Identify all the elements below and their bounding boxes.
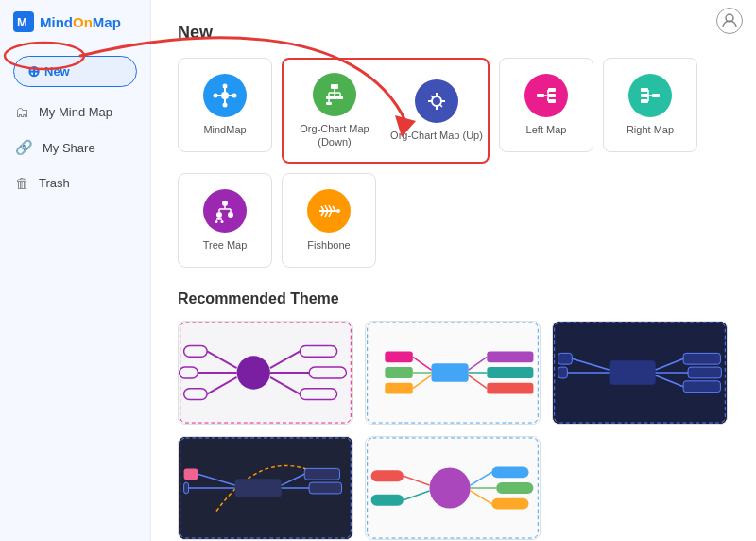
map-card-left-map[interactable]: Left Map — [499, 58, 593, 152]
svg-rect-98 — [688, 367, 721, 378]
recommended-section-title: Recommended Theme — [178, 290, 730, 307]
left-map-label: Left Map — [526, 123, 567, 136]
svg-rect-128 — [371, 495, 404, 506]
logo-area: M MindOnMap — [0, 0, 150, 44]
tree-map-icon — [203, 189, 247, 233]
svg-rect-107 — [235, 479, 282, 497]
svg-rect-29 — [537, 94, 544, 97]
svg-rect-21 — [326, 102, 332, 105]
sidebar-item-my-share[interactable]: 🔗 My Share — [0, 130, 150, 166]
mind-map-icon: 🗂 — [15, 104, 29, 120]
svg-rect-115 — [184, 482, 189, 494]
sidebar-item-my-mind-map[interactable]: 🗂 My Mind Map — [0, 95, 150, 130]
mindmap-icon — [203, 74, 247, 117]
fishbone-label: Fishbone — [307, 238, 350, 252]
svg-rect-16 — [326, 96, 332, 99]
svg-point-49 — [228, 212, 233, 218]
svg-rect-36 — [548, 99, 556, 103]
new-button-label: New — [44, 64, 70, 79]
svg-rect-17 — [337, 96, 343, 99]
sidebar-label-mind-map: My Mind Map — [39, 105, 112, 119]
user-icon-area — [716, 8, 743, 34]
svg-point-8 — [223, 102, 228, 107]
svg-rect-104 — [558, 367, 568, 378]
svg-rect-124 — [491, 498, 528, 510]
svg-rect-96 — [683, 353, 720, 364]
map-cards-row2: Tree Map — [178, 173, 730, 268]
svg-rect-40 — [641, 88, 648, 92]
svg-point-43 — [222, 201, 228, 206]
theme-card-3[interactable] — [552, 321, 728, 425]
left-map-icon — [524, 74, 568, 117]
svg-rect-109 — [304, 468, 339, 480]
theme-cards-grid — [178, 321, 730, 540]
theme-card-4[interactable] — [178, 436, 353, 540]
org-up-label: Org-Chart Map (Up) — [390, 129, 483, 142]
svg-point-2 — [221, 92, 229, 99]
sidebar-label-share: My Share — [43, 141, 95, 155]
svg-rect-89 — [487, 367, 533, 378]
svg-rect-83 — [385, 367, 412, 378]
main-content: New — [151, 0, 756, 541]
mindmap-label: MindMap — [203, 123, 246, 136]
svg-rect-81 — [385, 351, 412, 362]
svg-rect-41 — [641, 94, 648, 97]
theme-card-5[interactable] — [365, 436, 541, 540]
svg-line-27 — [431, 96, 434, 98]
svg-rect-113 — [184, 468, 198, 480]
map-card-tree-map[interactable]: Tree Map — [178, 173, 272, 268]
map-card-org-up[interactable]: Org-Chart Map (Up) — [389, 63, 484, 158]
svg-point-48 — [216, 212, 222, 218]
svg-point-53 — [221, 220, 224, 223]
svg-point-62 — [336, 209, 340, 213]
svg-point-118 — [429, 467, 470, 508]
highlight-group: Org-Chart Map(Down) — [282, 58, 490, 164]
plus-icon: ⊕ — [27, 62, 40, 80]
sidebar-label-trash: Trash — [39, 176, 70, 190]
svg-rect-102 — [558, 353, 573, 364]
map-cards-grid: MindMap — [178, 58, 730, 164]
right-map-icon — [628, 74, 672, 117]
svg-rect-120 — [491, 466, 528, 478]
svg-rect-87 — [487, 351, 533, 362]
svg-point-10 — [232, 93, 237, 97]
new-section-title: New — [178, 23, 730, 43]
org-down-label: Org-Chart Map(Down) — [300, 122, 369, 149]
svg-rect-79 — [431, 363, 468, 382]
svg-rect-122 — [496, 482, 533, 494]
tree-map-label: Tree Map — [203, 238, 248, 252]
sidebar-item-trash[interactable]: 🗑 Trash — [0, 166, 150, 201]
map-card-right-map[interactable]: Right Map — [603, 58, 697, 152]
map-card-org-down[interactable]: Org-Chart Map(Down) — [287, 63, 382, 158]
svg-point-64 — [237, 356, 270, 389]
svg-text:M: M — [17, 15, 27, 29]
org-up-icon — [415, 79, 458, 123]
svg-rect-100 — [683, 381, 720, 393]
svg-rect-94 — [610, 360, 656, 385]
svg-rect-11 — [331, 84, 338, 89]
svg-point-7 — [223, 83, 228, 88]
svg-point-9 — [214, 93, 218, 97]
svg-rect-85 — [385, 383, 412, 394]
svg-rect-34 — [548, 88, 556, 92]
new-button[interactable]: ⊕ New — [13, 56, 137, 87]
svg-rect-91 — [487, 383, 533, 394]
trash-icon: 🗑 — [15, 175, 29, 191]
theme-card-2[interactable] — [365, 321, 541, 425]
theme-card-1[interactable] — [178, 321, 353, 425]
svg-rect-111 — [309, 482, 341, 494]
map-card-mindmap[interactable]: MindMap — [178, 58, 272, 152]
share-icon: 🔗 — [15, 139, 33, 156]
right-map-label: Right Map — [627, 123, 674, 136]
svg-rect-37 — [652, 94, 660, 97]
logo-icon: M — [13, 11, 34, 32]
map-card-fishbone[interactable]: Fishbone — [282, 173, 376, 268]
org-down-icon — [313, 73, 356, 116]
svg-line-28 — [439, 104, 442, 107]
svg-point-52 — [215, 220, 218, 223]
sidebar: M MindOnMap ⊕ New 🗂 My Mind Map 🔗 My Sha… — [0, 0, 151, 541]
user-avatar[interactable] — [716, 8, 743, 34]
logo-text: MindOnMap — [40, 14, 121, 30]
svg-rect-126 — [371, 470, 404, 481]
svg-rect-19 — [332, 96, 337, 99]
